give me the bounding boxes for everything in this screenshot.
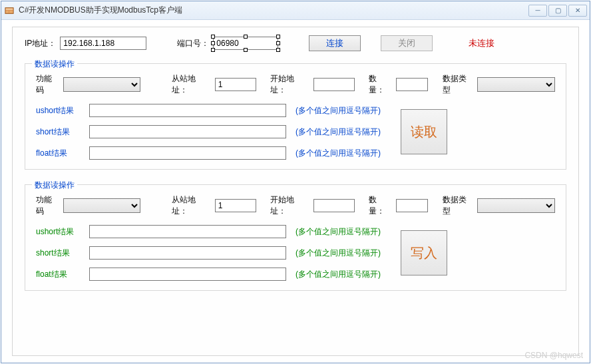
window-title: C#开发NMODBUS助手实现ModbusTcp客户端 [19, 5, 528, 16]
connection-status: 未连接 [469, 37, 494, 49]
write-button[interactable]: 写入 [401, 230, 447, 275]
read-group: 数据读操作 功能码 从站地址： 开始地址： 数量： 数据类型 [25, 63, 566, 170]
resize-handle[interactable] [244, 48, 248, 52]
write-float-label: float结果 [36, 269, 89, 280]
read-count-label: 数量： [369, 73, 392, 96]
resize-handle[interactable] [211, 48, 215, 52]
svg-rect-3 [9, 11, 13, 13]
resize-handle[interactable] [276, 48, 280, 52]
write-results: ushort结果 (多个值之间用逗号隔开) short结果 (多个值之间用逗号隔… [36, 225, 555, 281]
port-input-selected [213, 37, 278, 50]
app-window: C#开发NMODBUS助手实现ModbusTcp客户端 ─ ▢ ✕ IP地址： … [1, 1, 590, 363]
window-controls: ─ ▢ ✕ [528, 5, 587, 17]
read-ushort-label: ushort结果 [36, 105, 89, 116]
read-start-label: 开始地址： [270, 73, 309, 96]
read-params-row: 功能码 从站地址： 开始地址： 数量： 数据类型 [36, 73, 555, 96]
read-short-input[interactable] [89, 125, 286, 138]
read-datatype-label: 数据类型 [443, 73, 474, 96]
write-funccode-label: 功能码 [36, 194, 59, 217]
write-datatype-combo[interactable] [477, 198, 555, 213]
write-ushort-input[interactable] [89, 225, 286, 238]
ip-label: IP地址： [25, 38, 56, 49]
write-funccode-combo[interactable] [63, 198, 141, 213]
main-panel: IP地址： 端口号： 连接 关闭 未连接 [12, 27, 579, 356]
read-short-label: short结果 [36, 126, 89, 138]
svg-rect-2 [6, 11, 9, 13]
read-float-hint: (多个值之间用逗号隔开) [296, 148, 381, 159]
resize-handle[interactable] [276, 41, 280, 45]
write-count-input[interactable] [396, 199, 428, 212]
app-icon [4, 5, 15, 16]
write-short-hint: (多个值之间用逗号隔开) [296, 248, 381, 259]
write-count-label: 数量： [369, 194, 392, 217]
read-funccode-combo[interactable] [63, 77, 141, 92]
read-group-title: 数据读操作 [32, 59, 77, 70]
write-short-input[interactable] [89, 246, 286, 260]
titlebar[interactable]: C#开发NMODBUS助手实现ModbusTcp客户端 ─ ▢ ✕ [1, 1, 590, 20]
write-float-input[interactable] [89, 268, 286, 281]
resize-handle[interactable] [244, 35, 248, 39]
connect-button[interactable]: 连接 [309, 35, 361, 51]
write-group-title: 数据读操作 [32, 180, 77, 191]
write-ushort-hint: (多个值之间用逗号隔开) [296, 226, 381, 238]
watermark: CSDN @hqwest [524, 351, 583, 360]
read-datatype-combo[interactable] [477, 77, 555, 92]
write-short-label: short结果 [36, 248, 89, 259]
write-start-label: 开始地址： [270, 194, 309, 217]
write-slave-input[interactable] [215, 199, 256, 212]
minimize-button[interactable]: ─ [528, 5, 547, 17]
resize-handle[interactable] [276, 35, 280, 39]
svg-rect-1 [6, 8, 13, 10]
close-conn-button[interactable]: 关闭 [381, 35, 433, 51]
read-ushort-hint: (多个值之间用逗号隔开) [296, 105, 381, 116]
read-results: ushort结果 (多个值之间用逗号隔开) short结果 (多个值之间用逗号隔… [36, 104, 555, 160]
read-float-label: float结果 [36, 148, 89, 159]
read-count-input[interactable] [396, 78, 428, 91]
read-ushort-input[interactable] [89, 104, 286, 117]
read-slave-label: 从站地址： [172, 73, 210, 96]
resize-handle[interactable] [211, 35, 215, 39]
write-slave-label: 从站地址： [172, 194, 210, 217]
write-params-row: 功能码 从站地址： 开始地址： 数量： 数据类型 [36, 194, 555, 217]
write-ushort-label: ushort结果 [36, 226, 89, 238]
read-slave-input[interactable] [215, 78, 256, 91]
resize-handle[interactable] [211, 41, 215, 45]
client-area: IP地址： 端口号： 连接 关闭 未连接 [1, 20, 590, 363]
read-funccode-label: 功能码 [36, 73, 59, 96]
write-datatype-label: 数据类型 [443, 194, 474, 217]
close-button[interactable]: ✕ [568, 5, 587, 17]
write-start-input[interactable] [313, 199, 355, 212]
connection-row: IP地址： 端口号： 连接 关闭 未连接 [25, 35, 566, 51]
ip-input[interactable] [60, 37, 146, 50]
read-short-hint: (多个值之间用逗号隔开) [296, 126, 381, 138]
write-group: 数据读操作 功能码 从站地址： 开始地址： 数量： 数据类型 [25, 184, 566, 291]
read-button[interactable]: 读取 [401, 109, 447, 154]
read-start-input[interactable] [313, 78, 355, 91]
maximize-button[interactable]: ▢ [548, 5, 567, 17]
port-label: 端口号： [177, 38, 209, 49]
read-float-input[interactable] [89, 146, 286, 160]
write-float-hint: (多个值之间用逗号隔开) [296, 269, 381, 280]
